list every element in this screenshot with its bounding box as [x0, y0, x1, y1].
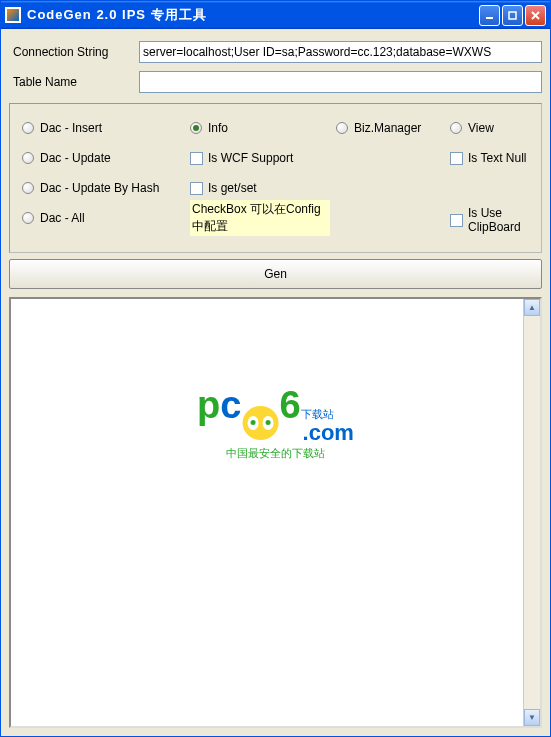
- radio-icon: [22, 182, 34, 194]
- svg-rect-0: [486, 17, 493, 19]
- maximize-icon: [508, 11, 517, 20]
- table-name-row: Table Name: [9, 71, 542, 93]
- connection-string-label: Connection String: [9, 45, 139, 59]
- minimize-icon: [485, 11, 494, 20]
- connection-string-input[interactable]: [139, 41, 542, 63]
- check-wcf[interactable]: Is WCF Support: [190, 150, 330, 166]
- connection-string-row: Connection String: [9, 41, 542, 63]
- svg-rect-1: [509, 12, 516, 19]
- check-clipboard[interactable]: Is Use ClipBoard: [450, 212, 550, 228]
- column-4: View Is Text Null Is Use ClipBoard: [450, 114, 550, 242]
- output-textarea[interactable]: p c 6 下载站 .com 中国最安全的下载站 ▲ ▼: [9, 297, 542, 728]
- checkbox-icon: [190, 182, 203, 195]
- logo-tagline: 中国最安全的下载站: [197, 446, 354, 461]
- radio-icon: [22, 152, 34, 164]
- radio-info[interactable]: Info: [190, 120, 330, 136]
- radio-column-dac: Dac - Insert Dac - Update Dac - Update B…: [22, 114, 182, 240]
- app-window: CodeGen 2.0 IPS 专用工具 Connection String T…: [0, 0, 551, 737]
- window-controls: [479, 5, 546, 26]
- radio-icon: [22, 212, 34, 224]
- app-icon: [5, 7, 21, 23]
- radio-icon: [190, 122, 202, 134]
- checkbox-icon: [190, 152, 203, 165]
- check-getset[interactable]: Is get/set: [190, 180, 330, 196]
- radio-icon: [22, 122, 34, 134]
- column-3: Biz.Manager: [336, 114, 456, 150]
- table-name-input[interactable]: [139, 71, 542, 93]
- radio-biz-manager[interactable]: Biz.Manager: [336, 120, 456, 136]
- vertical-scrollbar[interactable]: ▲ ▼: [523, 299, 540, 726]
- radio-icon: [336, 122, 348, 134]
- config-hint: CheckBox 可以在Config中配置: [190, 210, 330, 226]
- scroll-up-button[interactable]: ▲: [524, 299, 540, 316]
- maximize-button[interactable]: [502, 5, 523, 26]
- client-area: Connection String Table Name Dac - Inser…: [1, 29, 550, 736]
- radio-dac-all[interactable]: Dac - All: [22, 210, 182, 226]
- gen-button[interactable]: Gen: [9, 259, 542, 289]
- close-button[interactable]: [525, 5, 546, 26]
- radio-dac-update[interactable]: Dac - Update: [22, 150, 182, 166]
- window-title: CodeGen 2.0 IPS 专用工具: [27, 6, 479, 24]
- minimize-button[interactable]: [479, 5, 500, 26]
- radio-view[interactable]: View: [450, 120, 550, 136]
- column-2: Info Is WCF Support Is get/set CheckBox …: [190, 114, 330, 240]
- checkbox-icon: [450, 214, 463, 227]
- radio-dac-update-hash[interactable]: Dac - Update By Hash: [22, 180, 182, 196]
- logo-eyes-icon: [242, 406, 278, 440]
- radio-dac-insert[interactable]: Dac - Insert: [22, 120, 182, 136]
- titlebar[interactable]: CodeGen 2.0 IPS 专用工具: [1, 1, 550, 29]
- table-name-label: Table Name: [9, 75, 139, 89]
- options-panel: Dac - Insert Dac - Update Dac - Update B…: [9, 103, 542, 253]
- pc6-logo: p c 6 下载站 .com 中国最安全的下载站: [197, 384, 354, 461]
- scroll-down-button[interactable]: ▼: [524, 709, 540, 726]
- close-icon: [531, 11, 540, 20]
- check-textnull[interactable]: Is Text Null: [450, 150, 550, 166]
- checkbox-icon: [450, 152, 463, 165]
- radio-icon: [450, 122, 462, 134]
